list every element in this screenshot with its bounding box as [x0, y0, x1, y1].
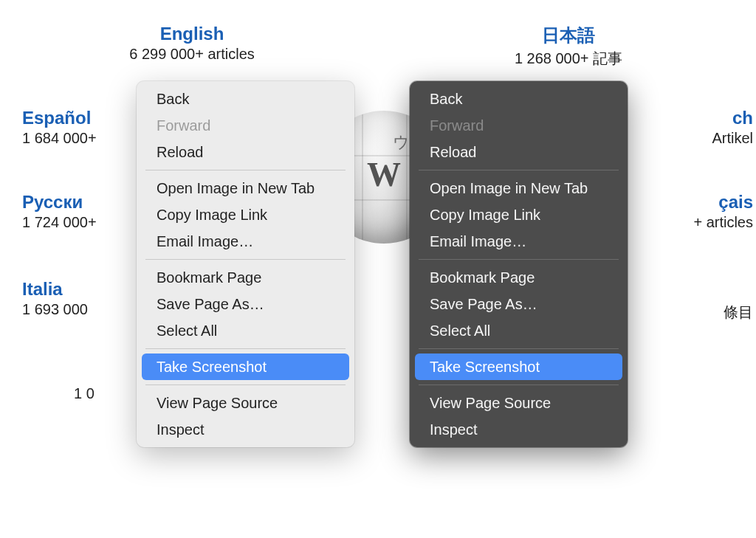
lang-english[interactable]: English 6 299 000+ articles: [96, 24, 288, 63]
ctx-bookmark-page[interactable]: Bookmark Page: [142, 264, 349, 291]
ctx-inspect[interactable]: Inspect: [415, 416, 622, 443]
ctx-forward: Forward: [142, 112, 349, 139]
ctx-email-image[interactable]: Email Image…: [142, 228, 349, 255]
ctx-email-image[interactable]: Email Image…: [415, 228, 622, 255]
ctx-separator: [419, 170, 619, 170]
ctx-separator: [145, 348, 346, 349]
ctx-save-page-as[interactable]: Save Page As…: [142, 291, 349, 317]
ctx-reload[interactable]: Reload: [415, 139, 622, 165]
ctx-forward: Forward: [415, 112, 622, 139]
ctx-bookmark-page[interactable]: Bookmark Page: [415, 264, 622, 291]
context-menu-dark: Back Forward Reload Open Image in New Ta…: [410, 81, 628, 447]
ctx-select-all[interactable]: Select All: [142, 317, 349, 344]
ctx-select-all[interactable]: Select All: [415, 317, 622, 344]
lang-english-name: English: [96, 24, 288, 44]
globe-letter: W: [367, 155, 401, 194]
ctx-take-screenshot[interactable]: Take Screenshot: [142, 354, 349, 380]
ctx-copy-image-link[interactable]: Copy Image Link: [142, 201, 349, 228]
ctx-separator: [145, 170, 346, 170]
ctx-separator: [419, 259, 619, 260]
ctx-back[interactable]: Back: [142, 86, 349, 112]
ctx-view-page-source[interactable]: View Page Source: [415, 390, 622, 416]
context-menu-light: Back Forward Reload Open Image in New Ta…: [137, 81, 354, 447]
ctx-take-screenshot[interactable]: Take Screenshot: [415, 354, 622, 380]
lang-japanese-name: 日本語: [450, 24, 687, 47]
ctx-view-page-source[interactable]: View Page Source: [142, 390, 349, 416]
ctx-separator: [419, 348, 619, 349]
ctx-save-page-as[interactable]: Save Page As…: [415, 291, 622, 317]
ctx-separator: [145, 384, 346, 385]
ctx-inspect[interactable]: Inspect: [142, 416, 349, 443]
ctx-open-image-new-tab[interactable]: Open Image in New Tab: [415, 175, 622, 201]
lang-japanese[interactable]: 日本語 1 268 000+ 記事: [450, 24, 687, 69]
ctx-separator: [419, 384, 619, 385]
ctx-reload[interactable]: Reload: [142, 139, 349, 165]
ctx-back[interactable]: Back: [415, 86, 622, 112]
lang-english-sub: 6 299 000+ articles: [96, 46, 288, 63]
ctx-separator: [145, 259, 346, 260]
ctx-open-image-new-tab[interactable]: Open Image in New Tab: [142, 175, 349, 201]
ctx-copy-image-link[interactable]: Copy Image Link: [415, 201, 622, 228]
lang-japanese-sub: 1 268 000+ 記事: [450, 49, 687, 69]
